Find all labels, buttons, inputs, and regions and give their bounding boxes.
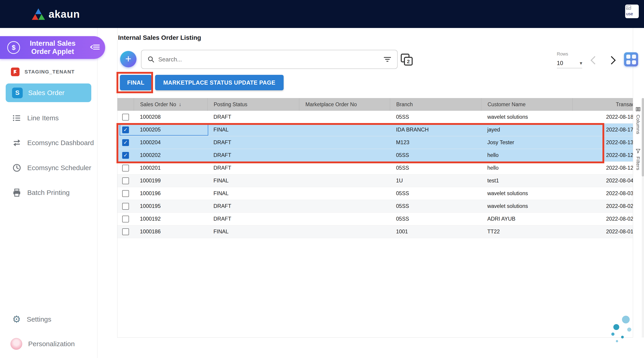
row-checkbox[interactable]: [122, 190, 129, 197]
sidebar-item-settings[interactable]: ⚙ Settings: [12, 314, 51, 325]
row-checkbox[interactable]: [122, 203, 129, 210]
sidebar-item-personalization[interactable]: Personalization: [10, 338, 75, 349]
applet-title: Internal Sales Order Applet: [23, 39, 82, 56]
table-body: 1000208 DRAFT 05SS wavelet solutions 202…: [118, 111, 633, 238]
logo-text: akaun: [48, 8, 80, 20]
decorative-dot: [622, 316, 630, 323]
table-row[interactable]: 1000199 FINAL 1U test1 2022-08-04: [118, 174, 633, 187]
sort-desc-icon: ↓: [179, 101, 182, 107]
top-navbar: akaun use: [0, 0, 644, 28]
cell-customer-name: test1: [481, 178, 572, 184]
columns-panel-label: Columns: [635, 115, 641, 134]
printer-icon: [12, 188, 21, 197]
header-transaction-date[interactable]: Transaction Date: [572, 98, 633, 111]
table-row[interactable]: ✓ 1000205 FINAL IDA BRANCH jayed 2022-08…: [118, 123, 633, 136]
cell-customer-name: wavelet solutions: [481, 114, 572, 120]
cell-posting-status: FINAL: [207, 127, 299, 133]
row-checkbox[interactable]: [122, 165, 129, 171]
cell-transaction-date: 2022-08-17: [572, 127, 633, 133]
cell-sales-order-no: 1000208: [134, 114, 207, 120]
cell-branch: 05SS: [390, 203, 481, 209]
sidebar-item-sales-order[interactable]: S Sales Order: [6, 83, 91, 102]
grid-square: [632, 55, 636, 59]
personalization-avatar: [10, 338, 22, 350]
add-button[interactable]: +: [120, 51, 136, 67]
cell-transaction-date: 2022-08-04: [572, 178, 633, 184]
collapse-sidebar-icon[interactable]: [90, 44, 100, 52]
table-row[interactable]: 1000186 FINAL 1001 TT22 2022-08-01: [118, 225, 633, 238]
row-checkbox[interactable]: [122, 228, 129, 235]
sidebar-item-ecomsync-dashboard[interactable]: Ecomsync Dashboard: [12, 137, 94, 148]
row-checkbox[interactable]: [122, 216, 129, 223]
header-label: Customer Name: [488, 101, 526, 108]
marketplace-status-update-button[interactable]: MARKETPLACE STATUS UPDATE PAGE: [155, 75, 284, 90]
tenant-selector[interactable]: STAGING_TENANT: [11, 68, 75, 76]
cell-customer-name: TT22: [481, 229, 572, 235]
clock-icon: [12, 163, 21, 172]
header-branch[interactable]: Branch: [390, 98, 481, 111]
row-checkbox[interactable]: ✓: [122, 126, 129, 133]
table-header: Sales Order No ↓ Posting Status Marketpl…: [118, 98, 633, 111]
table-row[interactable]: 1000196 FINAL 05SS wavelet solutions 202…: [118, 187, 633, 200]
cell-posting-status: FINAL: [207, 229, 299, 235]
rows-per-page-select[interactable]: 10 ▾: [557, 58, 582, 68]
avatar-alt-text: use: [626, 11, 638, 16]
table-row[interactable]: ✓ 1000204 DRAFT M123 Josy Tester 2022-08…: [118, 136, 633, 149]
row-checkbox[interactable]: ✓: [122, 152, 129, 159]
row-checkbox[interactable]: [122, 114, 129, 121]
cell-posting-status: DRAFT: [207, 165, 299, 171]
grid-view-button[interactable]: [624, 52, 638, 66]
table-row[interactable]: 1000208 DRAFT 05SS wavelet solutions 202…: [118, 111, 633, 123]
cell-posting-status: DRAFT: [207, 152, 299, 158]
header-marketplace-order-no[interactable]: Marketplace Order No: [299, 98, 390, 111]
decorative-dot: [627, 327, 631, 332]
table-row[interactable]: 1000195 DRAFT 05SS wavelet solutions 202…: [118, 200, 633, 213]
table-row[interactable]: 1000192 DRAFT 05SS ADRI AYUB 2022-08-02: [118, 213, 633, 225]
broken-image-icon: [626, 6, 631, 10]
cell-customer-name: wavelet solutions: [481, 190, 572, 197]
sales-order-icon: S: [12, 88, 23, 98]
filters-panel-toggle[interactable]: Filters: [634, 148, 642, 170]
page-title: Internal Sales Order Listing: [118, 34, 201, 41]
sidebar-item-line-items[interactable]: Line Items: [12, 113, 58, 123]
search-input[interactable]: [158, 56, 380, 63]
columns-panel-toggle[interactable]: Columns: [634, 106, 642, 134]
cell-transaction-date: 2022-08-02: [572, 203, 633, 209]
cell-transaction-date: 2022-08-18: [572, 114, 633, 120]
row-checkbox-cell: [118, 213, 134, 225]
row-checkbox-cell: [118, 111, 134, 123]
row-checkbox-cell: [118, 225, 134, 238]
sidebar-item-ecomsync-scheduler[interactable]: Ecomsync Scheduler: [12, 162, 91, 173]
header-label: Sales Order No: [140, 101, 176, 108]
row-checkbox[interactable]: ✓: [122, 139, 129, 146]
grid-square: [632, 60, 636, 64]
row-checkbox[interactable]: [122, 177, 129, 184]
user-avatar-broken-image[interactable]: use: [625, 5, 639, 18]
final-button[interactable]: FINAL: [120, 75, 152, 90]
cell-branch: 05SS: [390, 114, 481, 120]
header-label: Branch: [396, 101, 413, 108]
cell-transaction-date: 2022-08-02: [572, 216, 633, 222]
cell-branch: 05SS: [390, 152, 481, 158]
vertical-scrollbar[interactable]: [642, 98, 644, 337]
cell-branch: IDA BRANCH: [390, 127, 481, 133]
filters-panel-label: Filters: [635, 156, 641, 170]
header-sales-order-no[interactable]: Sales Order No ↓: [134, 98, 207, 111]
table-row[interactable]: ✓ 1000202 DRAFT 05SS hello 2022-08-12: [118, 149, 633, 162]
sales-order-table: Sales Order No ↓ Posting Status Marketpl…: [118, 98, 633, 238]
header-checkbox-column: [118, 98, 134, 111]
sidebar-item-batch-printing[interactable]: Batch Printing: [12, 187, 70, 198]
plus-icon: +: [125, 53, 132, 65]
header-posting-status[interactable]: Posting Status: [207, 98, 299, 111]
table-row[interactable]: 1000201 DRAFT 05SS hello 2022-08-12: [118, 162, 633, 174]
decorative-dot: [611, 332, 614, 336]
pages-icon[interactable]: 2: [400, 53, 413, 66]
cell-branch: 1U: [390, 178, 481, 184]
cell-transaction-date: 2022-08-12: [572, 165, 633, 171]
chevron-down-icon: ▾: [580, 60, 582, 66]
filter-icon[interactable]: [384, 56, 391, 63]
cell-transaction-date: 2022-08-12: [572, 152, 633, 158]
scrollbar-thumb[interactable]: [642, 98, 644, 176]
cell-branch: 05SS: [390, 165, 481, 171]
header-customer-name[interactable]: Customer Name: [481, 98, 572, 111]
